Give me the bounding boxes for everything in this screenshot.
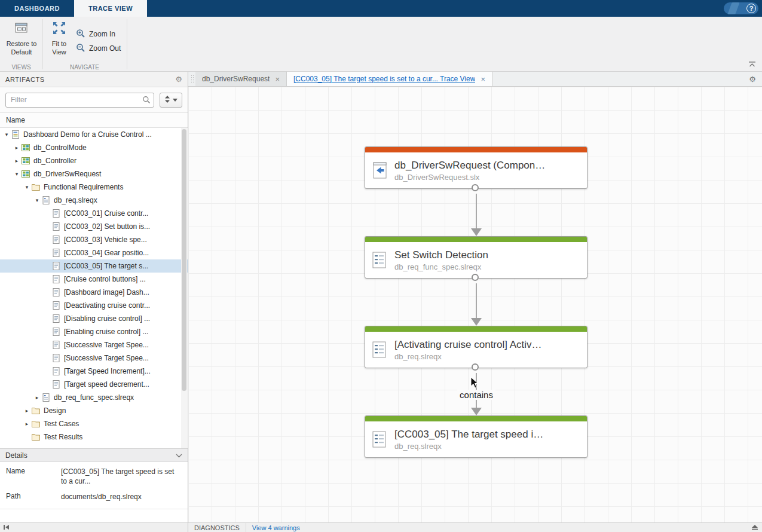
chevron-right-icon[interactable]: ▸ [23,421,31,427]
collapse-ribbon-icon[interactable] [748,61,756,69]
filter-input[interactable] [5,93,154,108]
node-accent-bar [365,416,587,421]
fit-to-view-label: Fit to View [52,40,66,56]
tree-item[interactable]: [CC003_01] Cruise contr... [0,207,188,220]
scrollbar-thumb[interactable] [182,129,186,391]
tree-item[interactable]: [Disabling cruise control] ... [0,312,188,325]
zoom-in-label: Zoom In [89,30,115,38]
folder-icon [31,419,41,429]
trace-node-0[interactable]: db_DriverSwRequest (Compon…db_DriverSwRe… [365,146,587,189]
trace-node-2[interactable]: [Activating cruise control] Activ…db_req… [365,326,587,368]
close-icon[interactable]: × [275,75,280,83]
tree-item[interactable]: ▾db_req.slreqx [0,194,188,207]
chevron-right-icon[interactable]: ▸ [23,408,31,414]
restore-to-default-button[interactable]: Restore to Default [2,20,41,56]
tab-trace-view[interactable]: TRACE VIEW [74,0,147,17]
artifacts-title: ARTIFACTS [5,76,175,83]
tree-item[interactable]: [Successive Target Spee... [0,338,188,351]
tab-dashboard[interactable]: DASHBOARD [0,0,74,17]
tree-item[interactable]: [CC003_05] The target s... [0,259,188,273]
tree-item[interactable]: [Deactivating cruise contr... [0,299,188,312]
tree-item-label: [Dashboard image] Dash... [64,288,152,296]
help-button[interactable]: ? [724,2,758,14]
close-icon[interactable]: × [481,75,485,83]
chevron-right-icon[interactable]: ▸ [13,145,21,151]
tree-item[interactable]: ▾Functional Requirements [0,181,188,194]
details-name-row: Name [CC003_05] The target speed is set … [0,462,188,487]
expand-diagnostics-icon[interactable] [751,524,762,532]
tree-item-label: Design [44,406,68,415]
sort-icon [164,96,170,105]
tree-item[interactable]: [Dashboard image] Dash... [0,286,188,299]
chevron-down-icon[interactable]: ▾ [23,184,31,190]
arrowhead-icon [471,318,482,326]
chevron-down-icon[interactable]: ▾ [2,132,11,137]
tree-item-label: [Successive Target Spee... [64,354,151,362]
folder-icon [31,432,41,442]
tree-item-label: Dashboard Demo for a Cruise Control ... [23,130,154,139]
trace-edge-line [476,283,477,318]
diagnostics-label: DIAGNOSTICS [188,524,246,531]
tree-item[interactable]: ▸db_ControlMode [0,141,188,154]
tree-item[interactable]: [Target speed decrement... [0,378,188,391]
tree-item[interactable]: ▾db_DriverSwRequest [0,167,188,181]
chevron-down-icon [173,99,178,102]
sort-options-button[interactable] [160,93,182,108]
artifacts-panel: ARTIFACTS ⚙ Name ▾Dashboard Demo for a C… [0,72,188,522]
collapse-panel-icon[interactable] [3,524,10,532]
req-icon [51,340,61,350]
tabbar-gear-icon[interactable]: ⚙ [749,75,756,84]
details-path-value: documents/db_req.slreqx [61,492,182,502]
tree-item-label: [Target Speed Increment]... [64,367,153,375]
tree-item[interactable]: [Enabling cruise control] ... [0,325,188,338]
zoom-in-button[interactable]: Zoom In [76,27,115,41]
chevron-down-icon [176,451,182,460]
zoom-out-button[interactable]: Zoom Out [76,42,121,55]
tree-scrollbar [181,128,187,448]
doc-tab-trace-view[interactable]: [CC003_05] The target speed is set to a … [287,72,492,86]
details-divider [0,509,188,509]
req-icon [51,366,61,376]
tree-item-label: db_req_func_spec.slreqx [54,393,136,402]
help-icon: ? [746,4,756,13]
tree-item[interactable]: [CC003_03] Vehicle spe... [0,233,188,246]
tree-item[interactable]: [Target Speed Increment]... [0,365,188,378]
chevron-right-icon[interactable]: ▸ [33,395,41,400]
tree-item[interactable]: [Successive Target Spee... [0,351,188,365]
model-icon [21,143,30,152]
tree-item-label: [CC003_03] Vehicle spe... [64,236,149,244]
top-tab-bar: DASHBOARD TRACE VIEW ? [0,0,762,17]
tree-item[interactable]: [CC003_02] Set button is... [0,220,188,233]
panel-options-icon[interactable]: ⚙ [175,75,182,84]
connector-port [472,274,479,281]
tree-item[interactable]: ▾Dashboard Demo for a Cruise Control ... [0,128,188,141]
trace-node-3[interactable]: [CC003_05] The target speed i…db_req.slr… [365,415,587,458]
arrowhead-icon [471,408,482,415]
details-header[interactable]: Details [0,448,188,462]
tab-grip-handle[interactable] [191,75,194,83]
details-panel: Details Name [CC003_05] The target speed… [0,448,188,522]
tree-item-label: db_req.slreqx [54,196,100,204]
zoom-out-icon [76,43,85,54]
req-icon [51,222,61,231]
tree-item[interactable]: ▸db_Controller [0,154,188,167]
trace-node-1[interactable]: Set Switch Detectiondb_req_func_spec.slr… [365,236,587,279]
tree-item-label: [Disabling cruise control] ... [64,314,152,323]
fit-to-view-button[interactable]: Fit to View [45,20,73,56]
node-title: [Activating cruise control] Activ… [394,339,542,351]
tree-item[interactable]: ▸Design [0,404,188,417]
chevron-down-icon[interactable]: ▾ [13,171,21,177]
trace-canvas[interactable]: db_DriverSwRequest (Compon…db_DriverSwRe… [188,87,762,522]
chevron-right-icon[interactable]: ▸ [13,158,21,164]
tree-item[interactable]: [Cruise control buttons] ... [0,273,188,286]
doc-tab-db-driverswrequest[interactable]: db_DriverSwRequest × [195,72,287,86]
details-name-value: [CC003_05] The target speed is set to a … [61,467,182,486]
tree-item[interactable]: Test Results [0,430,188,444]
details-path-label: Path [6,492,61,502]
chevron-down-icon[interactable]: ▾ [33,197,41,203]
tree-item-label: [CC003_01] Cruise contr... [64,209,151,218]
tree-item[interactable]: ▸db_req_func_spec.slreqx [0,391,188,404]
tree-item[interactable]: ▸Test Cases [0,417,188,430]
view-warnings-link[interactable]: View 4 warnings [246,524,306,531]
tree-item[interactable]: [CC003_04] Gear positio... [0,246,188,259]
